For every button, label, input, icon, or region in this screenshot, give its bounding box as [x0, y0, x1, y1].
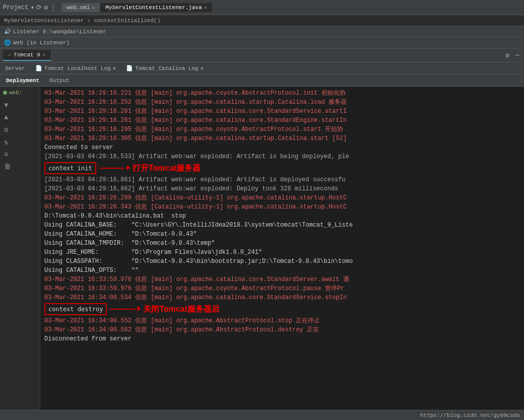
sync-icon[interactable]: ⟳ — [36, 4, 42, 12]
sidebar-web-item[interactable]: web: — [1, 89, 39, 97]
arrow-line-2 — [110, 309, 135, 310]
log-line: 03-Mar-2021 16:29:16.281 信息 [main] org.a… — [44, 107, 520, 116]
log-line: 03-Mar-2021 16:29:16.305 信息 [main] org.a… — [44, 134, 520, 143]
file-tab-webxml[interactable]: web.xml ✕ — [61, 3, 100, 12]
log-line: Using CLASSPATH: "D:\Tomcat-9.0.43\bin\b… — [44, 257, 520, 266]
log-line: Disconnected from server — [44, 334, 520, 343]
log-line: Using CATALINA_HOME: "D:\Tomcat-9.0.43" — [44, 230, 520, 239]
log-line: Using CATALINA_TMPDIR: "D:\Tomcat-9.0.43… — [44, 239, 520, 248]
project-label: Project — [3, 4, 28, 11]
menu-icon[interactable]: ⋮ — [50, 4, 56, 12]
context-init-line: context init打开Tomcat服务器 — [44, 162, 520, 174]
expand-icon[interactable]: ⇅ — [2, 137, 38, 148]
context-destroy-line: context destroy关闭Tomcat服务器后 — [44, 303, 520, 315]
log-line: 03-Mar-2021 16:29:26.343 信息 [Catalina-ut… — [44, 202, 520, 212]
web-label: Web (in Listener) — [13, 40, 70, 46]
web-icon: 🌐 — [4, 39, 11, 46]
log-line: 03-Mar-2021 16:29:16.221 信息 [main] org.a… — [44, 89, 520, 98]
trash-icon[interactable]: 🗑 — [2, 162, 38, 172]
log-line: 03-Mar-2021 16:33:59.976 信息 [main] org.a… — [44, 284, 520, 293]
tomcat-tab-label: Tomcat 9 — [14, 52, 40, 58]
sidebar-icons: ▼ ▲ ⚙ ⇅ ≡ 🗑 — [1, 98, 39, 174]
file-tab-listener[interactable]: MyServletContextListener.java ✕ — [100, 3, 212, 12]
console-area[interactable]: 03-Mar-2021 16:29:16.221 信息 [main] org.a… — [40, 87, 524, 410]
project-section: Project ▾ ⟳ ⚙ ⋮ — [3, 4, 56, 12]
log-line: 03-Mar-2021 16:29:16.281 信息 [main] org.a… — [44, 116, 520, 125]
deploy-output-bar: Deployment Output — [0, 75, 524, 87]
log-line: 03-Mar-2021 16:29:26.299 信息 [Catalina-ut… — [44, 193, 520, 202]
status-url: https://blog.csdn.net/gy99csdn — [420, 412, 520, 418]
annotation-arrow-2: 关闭Tomcat服务器后 — [110, 303, 220, 315]
top-tab-bar: Project ▾ ⟳ ⚙ ⋮ web.xml ✕ MyServletConte… — [0, 0, 524, 15]
annotation-arrow: 打开Tomcat服务器 — [99, 162, 201, 174]
close-localhost-icon[interactable]: ✕ — [113, 65, 116, 72]
config-icon[interactable]: ⚙ — [2, 124, 38, 135]
arrow-line — [99, 168, 124, 169]
list-icon[interactable]: ≡ — [2, 150, 38, 160]
server-sub-bar: Server 📄 Tomcat Localhost Log ✕ 📄 Tomcat… — [0, 62, 524, 75]
log-line: Using CATALINA_BASE: "C:\Users\GY\.Intel… — [44, 221, 520, 230]
catalina-log-label: Tomcat Catalina Log — [135, 65, 198, 72]
arrow-head-2 — [137, 306, 141, 311]
tomcat-tabs: ✓ Tomcat 9 ✕ — [3, 50, 51, 61]
context-destroy-box: context destroy — [44, 303, 107, 315]
catalina-icon: 📄 — [126, 65, 133, 72]
file-tab-listener-label: MyServletContextListener.java — [105, 5, 202, 11]
up-arrow-icon[interactable]: ▲ — [2, 112, 38, 122]
status-bar: https://blog.csdn.net/gy99csdn — [0, 410, 524, 420]
log-line: 03-Mar-2021 16:34:00.534 信息 [main] org.a… — [44, 293, 520, 302]
tomcat-tab-actions: ⚙ — — [504, 51, 521, 59]
log-line: 03-Mar-2021 16:34:00.582 信息 [main] org.a… — [44, 325, 520, 334]
settings-gear-icon[interactable]: ⚙ — [504, 51, 511, 59]
log-line: Using JRE_HOME: "D:\Program Files\Java\j… — [44, 248, 520, 257]
close-catalina-icon[interactable]: ✕ — [201, 65, 204, 72]
log-line: 03-Mar-2021 16:33:59.976 信息 [main] org.a… — [44, 275, 520, 284]
main-area: web: ▼ ▲ ⚙ ⇅ ≡ 🗑 03-Mar-2021 16:29:16.22… — [0, 87, 524, 410]
settings-icon[interactable]: ⚙ — [44, 4, 48, 12]
log-line: Connected to server — [44, 143, 520, 152]
server-tab[interactable]: Server — [3, 64, 27, 73]
tomcat-tab-bar: ✓ Tomcat 9 ✕ ⚙ — — [0, 48, 524, 62]
dropdown-icon[interactable]: ▾ — [30, 4, 34, 12]
log-line: [2021-03-03 04:29:16,861] Artifact web:w… — [44, 175, 520, 184]
log-line: D:\Tomcat-9.0.43\bin\catalina.bat stop — [44, 212, 520, 221]
log-line: Using CATALINA_OPTS: "" — [44, 266, 520, 275]
output-tab[interactable]: Output — [47, 77, 72, 85]
arrow-head — [126, 165, 130, 170]
log-icon: 📄 — [35, 65, 42, 72]
close-tomcat-icon[interactable]: ✕ — [43, 52, 46, 58]
collapse-icon[interactable]: — — [514, 51, 521, 59]
file-tab-webxml-label: web.xml — [67, 5, 90, 11]
breadcrumb-text: MyServletContextListener › contextInitia… — [4, 18, 160, 24]
listener-label: Listener E:\wangdao\Listener — [13, 29, 106, 35]
context-init-box: context init — [44, 162, 96, 174]
breadcrumb-bar: MyServletContextListener › contextInitia… — [0, 15, 524, 26]
log-line: 03-Mar-2021 16:29:16.295 信息 [main] org.a… — [44, 125, 520, 134]
catalina-log-tab[interactable]: 📄 Tomcat Catalina Log ✕ — [124, 64, 206, 73]
close-webxml-icon[interactable]: ✕ — [92, 5, 95, 11]
green-indicator: ✓ — [8, 52, 11, 58]
green-dot-icon — [3, 91, 7, 95]
log-line: [2021-03-03 04:29:16,862] Artifact web:w… — [44, 184, 520, 193]
close-tomcat-annotation: 关闭Tomcat服务器后 — [143, 303, 220, 315]
listener-bar: 🔊 Listener E:\wangdao\Listener — [0, 26, 524, 37]
web-bar: 🌐 Web (in Listener) — [0, 37, 524, 48]
open-tomcat-annotation: 打开Tomcat服务器 — [133, 162, 201, 174]
log-line: 03-Mar-2021 16:34:00.552 信息 [main] org.a… — [44, 316, 520, 325]
sidebar-web-label: web: — [9, 90, 22, 96]
down-arrow-icon[interactable]: ▼ — [2, 100, 38, 110]
left-sidebar: web: ▼ ▲ ⚙ ⇅ ≡ 🗑 — [0, 87, 40, 410]
log-line: [2021-03-03 04:29:16,533] Artifact web:w… — [44, 152, 520, 161]
tomcat-main-tab[interactable]: ✓ Tomcat 9 ✕ — [3, 50, 51, 61]
deployment-tab[interactable]: Deployment — [4, 77, 41, 85]
file-tabs: web.xml ✕ MyServletContextListener.java … — [61, 3, 213, 12]
localhost-log-tab[interactable]: 📄 Tomcat Localhost Log ✕ — [33, 64, 118, 73]
close-listener-icon[interactable]: ✕ — [204, 5, 207, 11]
listener-icon: 🔊 — [4, 28, 11, 35]
log-line: 03-Mar-2021 16:29:16.252 信息 [main] org.a… — [44, 98, 520, 107]
localhost-log-label: Tomcat Localhost Log — [44, 65, 111, 72]
